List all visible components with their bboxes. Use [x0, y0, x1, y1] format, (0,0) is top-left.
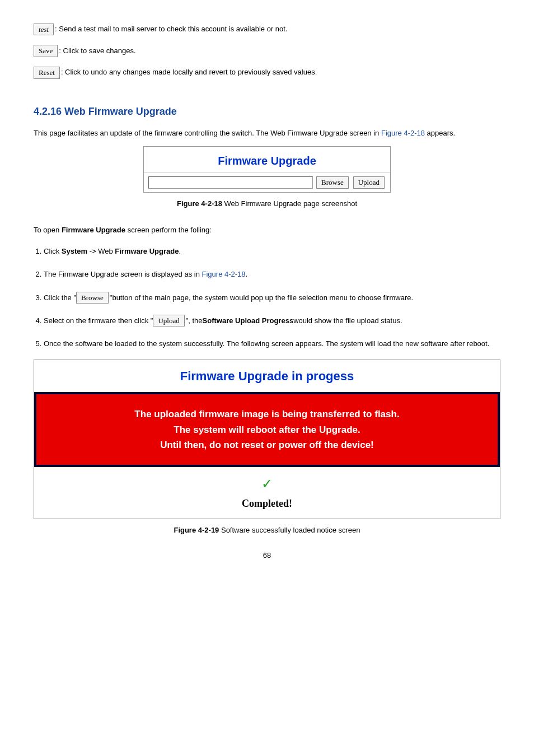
warning-box: The uploaded firmware image is being tra… [34, 392, 500, 467]
test-button-description: test : Send a test mail to mail server t… [34, 22, 500, 36]
intro-text-a: This page facilitates an update of the f… [34, 129, 381, 137]
checkmark-icon: ✓ [34, 477, 500, 491]
s1-b: System [62, 247, 87, 255]
browse-button[interactable]: Browse [316, 176, 349, 189]
figure-1-caption: Figure 4-2-18 Web Firmware Upgrade page … [34, 197, 500, 211]
intro-text-b: appears. [425, 129, 455, 137]
browse-button-inline[interactable]: Browse [76, 292, 109, 304]
completed-label: Completed! [34, 494, 500, 513]
s4-b: ", the [186, 313, 203, 328]
s1-c: -> Web [87, 247, 115, 255]
s4-a: Select on the firmware then click " [44, 313, 153, 328]
figure-1-caption-prefix: Figure 4-2-18 [177, 199, 224, 208]
warn-line-3: Until then, do not reset or power off th… [42, 437, 492, 452]
section-intro: This page facilitates an update of the f… [34, 125, 500, 142]
s2-b: . [246, 270, 248, 278]
step-5: Once the software be loaded to the syste… [44, 336, 500, 351]
figure-2-caption: Figure 4-2-19 Software successfully load… [34, 524, 500, 538]
reset-button[interactable]: Reset [34, 67, 60, 79]
firmware-upgrade-title: Firmware Upgrade [144, 147, 390, 173]
save-button-description: Save : Click to save changes. [34, 44, 500, 58]
save-desc-text: : Click to save changes. [59, 44, 135, 58]
reset-desc-text: : Click to undo any changes made locally… [61, 66, 317, 80]
s1-d: Firmware Upgrade [115, 247, 179, 255]
figure-2-caption-prefix: Figure 4-2-19 [174, 526, 221, 534]
warn-line-2: The system will reboot after the Upgrade… [42, 422, 492, 437]
firmware-progress-title: Firmware Upgrade in progess [34, 360, 500, 393]
page-number: 68 [34, 549, 500, 563]
step-3: Click the " Browse "button of the main p… [44, 290, 500, 305]
open-suffix: screen perform the folling: [125, 226, 212, 234]
upload-button[interactable]: Upload [353, 176, 385, 189]
open-instruction: To open Firmware Upgrade screen perform … [34, 222, 500, 239]
file-path-input[interactable] [148, 176, 313, 189]
reset-button-description: Reset : Click to undo any changes made l… [34, 66, 500, 80]
firmware-progress-screenshot: Firmware Upgrade in progess The uploaded… [34, 360, 500, 520]
section-heading: 4.2.16 Web Firmware Upgrade [34, 102, 500, 121]
s3-b: "button of the main page, the system wou… [110, 290, 413, 305]
test-desc-text: : Send a test mail to mail server to che… [55, 22, 287, 36]
step-1: Click System -> Web Firmware Upgrade. [44, 244, 500, 259]
s4-c: would show the file upload status. [293, 313, 402, 328]
step-2: The Firmware Upgrade screen is displayed… [44, 267, 500, 282]
s1-e: . [179, 247, 181, 255]
figure-ref-link[interactable]: Figure 4-2-18 [381, 129, 425, 137]
step-4: Select on the firmware then click " Uplo… [44, 313, 500, 328]
firmware-upload-row: Browse Upload [144, 173, 390, 192]
completed-block: ✓ Completed! [34, 467, 500, 519]
figure-1-caption-text: Web Firmware Upgrade page screenshot [224, 199, 358, 208]
s2-ref[interactable]: Figure 4-2-18 [202, 270, 246, 278]
figure-2-caption-text: Software successfully loaded notice scre… [221, 526, 360, 534]
steps-list: Click System -> Web Firmware Upgrade. Th… [34, 244, 500, 351]
open-bold: Firmware Upgrade [62, 226, 125, 234]
s3-a: Click the " [44, 290, 76, 305]
s4-bold: Software Upload Progress [203, 313, 294, 328]
s1-a: Click [44, 247, 62, 255]
firmware-upgrade-screenshot: Firmware Upgrade Browse Upload [143, 146, 391, 193]
test-button[interactable]: test [34, 24, 54, 36]
warn-line-1: The uploaded firmware image is being tra… [42, 407, 492, 422]
open-prefix: To open [34, 226, 62, 234]
save-button[interactable]: Save [34, 45, 58, 57]
upload-button-inline[interactable]: Upload [153, 315, 184, 327]
s2-a: The Firmware Upgrade screen is displayed… [44, 270, 202, 278]
